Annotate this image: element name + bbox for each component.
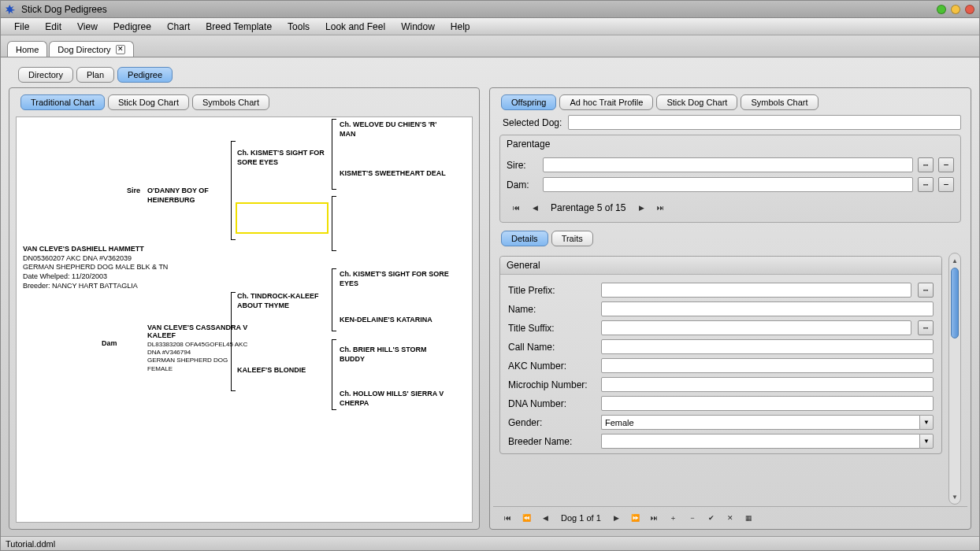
offspring-tab-strip: Offspring Ad hoc Trait Profile Stick Dog…	[493, 91, 967, 113]
label-gender: Gender:	[508, 417, 595, 428]
input-microchip[interactable]	[601, 377, 934, 392]
doc-tab-dog-directory[interactable]: Dog Directory ✕	[49, 41, 133, 57]
input-gender[interactable]	[601, 415, 919, 430]
lookup-title-suffix-button[interactable]: ⋯	[918, 320, 934, 335]
tab-stick-dog-chart[interactable]: Stick Dog Chart	[108, 94, 189, 110]
sire-label: Sire:	[507, 160, 538, 171]
dam-label: Dam	[102, 339, 117, 349]
tab-plan[interactable]: Plan	[76, 67, 114, 83]
detail-tab-strip: Details Traits	[493, 227, 967, 250]
menu-chart[interactable]: Chart	[160, 20, 197, 34]
rec-commit-icon[interactable]: ✔	[703, 512, 719, 524]
input-name[interactable]	[601, 301, 934, 316]
menu-help[interactable]: Help	[444, 20, 477, 34]
maximize-button[interactable]	[951, 5, 960, 14]
nav-next-icon[interactable]: ▶	[633, 202, 649, 214]
general-legend: General	[500, 257, 941, 275]
close-icon[interactable]: ✕	[116, 45, 125, 54]
input-title-suffix[interactable]	[601, 320, 911, 335]
parentage-fieldset: Parentage Sire: ⋯ − Dam: ⋯ −	[499, 135, 961, 223]
menu-look-and-feel[interactable]: Look and Feel	[318, 20, 392, 34]
nav-last-icon[interactable]: ⏭	[652, 202, 668, 214]
rec-first-icon[interactable]: ⏮	[499, 512, 515, 524]
sire-lookup-button[interactable]: ⋯	[918, 157, 934, 172]
combo-breeder-name[interactable]: ▼	[601, 434, 934, 449]
vertical-scrollbar[interactable]: ▲ ▼	[948, 253, 961, 505]
bracket-dam	[231, 292, 236, 391]
sire-clear-button[interactable]: −	[938, 157, 954, 172]
scroll-thumb[interactable]	[951, 268, 959, 338]
rec-add-icon[interactable]: ＋	[666, 512, 681, 524]
nav-prev-icon[interactable]: ◀	[527, 202, 543, 214]
tab-offspring[interactable]: Offspring	[501, 94, 556, 110]
input-breeder-name[interactable]	[601, 434, 919, 449]
selected-dog-input[interactable]	[568, 115, 961, 130]
dam-input[interactable]	[543, 177, 913, 192]
combo-gender[interactable]: ▼	[601, 415, 934, 430]
row-dna-number: DNA Number:	[508, 396, 934, 411]
input-call-name[interactable]	[601, 339, 934, 354]
rec-cancel-icon[interactable]: ✕	[722, 512, 738, 524]
selected-dog-label: Selected Dog:	[503, 117, 562, 128]
tab-symbols-chart-right[interactable]: Symbols Chart	[741, 94, 818, 110]
menu-breed-template[interactable]: Breed Template	[199, 20, 279, 34]
sire-label: Sire	[127, 187, 140, 196]
app-logo-icon	[6, 4, 17, 15]
row-breeder-name: Breeder Name: ▼	[508, 434, 934, 449]
record-nav-label: Dog 1 of 1	[556, 513, 606, 523]
tab-traditional-chart[interactable]: Traditional Chart	[20, 94, 105, 110]
menu-edit[interactable]: Edit	[38, 20, 69, 34]
doc-tab-home[interactable]: Home	[7, 41, 47, 57]
menu-file[interactable]: File	[7, 20, 36, 34]
bracket-g3-a	[332, 119, 336, 190]
tab-directory[interactable]: Directory	[18, 67, 73, 83]
pedigree-g3-sss: Ch. WELOVE DU CHIEN'S 'R' MAN	[340, 120, 450, 139]
rec-prev-icon[interactable]: ◀	[537, 512, 553, 524]
menu-view[interactable]: View	[70, 20, 105, 34]
pedigree-g3-dds: Ch. BRIER HILL'S STORM BUDDY	[340, 346, 450, 364]
menu-tools[interactable]: Tools	[280, 20, 317, 34]
input-dna-number[interactable]	[601, 396, 934, 411]
pedigree-g3-ddd: Ch. HOLLOW HILLS' SIERRA V CHERPA	[340, 390, 450, 408]
menu-pedigree[interactable]: Pedigree	[106, 20, 158, 34]
rec-next-icon[interactable]: ▶	[609, 512, 625, 524]
dam-label: Dam:	[507, 179, 538, 190]
rec-grid-icon[interactable]: ▦	[741, 512, 757, 524]
pedigree-dam-dam: KALEEF'S BLONDIE	[237, 366, 332, 375]
titlebar: Stick Dog Pedigrees	[1, 1, 979, 18]
tab-adhoc-trait-profile[interactable]: Ad hoc Trait Profile	[559, 94, 653, 110]
input-title-prefix[interactable]	[601, 283, 911, 298]
close-button[interactable]	[965, 5, 974, 14]
status-filename: Tutorial.ddml	[6, 539, 55, 549]
rec-last-icon[interactable]: ⏭	[647, 512, 663, 524]
document-tab-strip: Home Dog Directory ✕	[1, 35, 979, 57]
lookup-title-prefix-button[interactable]: ⋯	[918, 283, 934, 298]
tab-details[interactable]: Details	[501, 231, 548, 246]
chevron-down-icon[interactable]: ▼	[919, 434, 934, 449]
pedigree-subject: VAN CLEVE'S DASHIELL HAMMETT DN05360207 …	[23, 245, 220, 290]
scroll-down-icon[interactable]: ▼	[952, 491, 958, 502]
window-title: Stick Dog Pedigrees	[21, 4, 932, 15]
menu-window[interactable]: Window	[394, 20, 442, 34]
dam-clear-button[interactable]: −	[938, 177, 954, 192]
scroll-up-icon[interactable]: ▲	[952, 255, 958, 266]
minimize-button[interactable]	[937, 5, 946, 14]
label-call-name: Call Name:	[508, 342, 595, 353]
row-gender: Gender: ▼	[508, 415, 934, 430]
dam-lookup-button[interactable]: ⋯	[918, 177, 934, 192]
sire-row: Sire: ⋯ −	[507, 157, 954, 172]
rec-fastfwd-icon[interactable]: ⏩	[628, 512, 644, 524]
rec-remove-icon[interactable]: −	[685, 512, 700, 524]
input-akc-number[interactable]	[601, 358, 934, 373]
nav-first-icon[interactable]: ⏮	[508, 202, 524, 214]
subject-breed: GERMAN SHEPHERD DOG MALE BLK & TN	[23, 263, 168, 271]
chevron-down-icon[interactable]: ▼	[919, 415, 934, 430]
tab-symbols-chart[interactable]: Symbols Chart	[192, 94, 269, 110]
subject-breeder: Breeder: NANCY HART BATTAGLIA	[23, 282, 138, 290]
sire-input[interactable]	[543, 157, 913, 172]
tab-pedigree[interactable]: Pedigree	[117, 67, 173, 83]
tab-traits[interactable]: Traits	[551, 231, 593, 246]
pedigree-sire-dam-selected[interactable]	[236, 202, 329, 234]
rec-fastback-icon[interactable]: ⏪	[518, 512, 534, 524]
tab-stick-dog-chart-right[interactable]: Stick Dog Chart	[656, 94, 737, 110]
